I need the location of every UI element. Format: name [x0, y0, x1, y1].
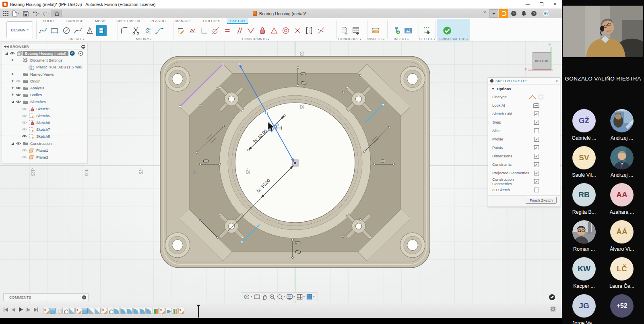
browser-item-label[interactable]: Plane2 [35, 155, 50, 159]
browser-item-label[interactable]: Sketch5 [35, 114, 52, 118]
participant-tile[interactable]: LČLaura Če... [603, 257, 640, 289]
help-icon[interactable]: ? [530, 10, 538, 17]
new-tab-button[interactable]: + [489, 9, 498, 18]
configure-group-label[interactable]: CONFIGURE ▾ [339, 37, 361, 41]
browser-item-label[interactable]: Sketch1 [35, 107, 52, 111]
browser-item-label[interactable]: Plane1 [35, 148, 50, 153]
timeline-thread-feature-icon[interactable] [153, 308, 159, 314]
snap-checkbox[interactable]: ✓ [534, 120, 539, 125]
timeline-chamfer-feature-icon[interactable] [69, 308, 75, 314]
browser-row-plastic-rule-abs-1-5-mm[interactable]: Plastic Rule: ABS (1,5 mm) [2, 64, 87, 70]
viewcube[interactable]: BOTTOM [533, 52, 551, 70]
ribbon-tab-plastic[interactable]: PLASTIC [148, 18, 168, 24]
palette-expand-icon[interactable]: » [556, 79, 558, 83]
skip-start-icon[interactable] [3, 307, 8, 312]
perp-tool-icon[interactable] [246, 25, 256, 36]
browser-row-document-settings[interactable]: Document Settings [2, 57, 87, 64]
expander-open-icon[interactable] [4, 51, 9, 56]
activate-component-icon[interactable] [78, 51, 83, 56]
presenter-webcam[interactable] [563, 6, 643, 57]
timeline-sketch-feature-icon[interactable] [159, 308, 165, 314]
browser-row-sketch8[interactable]: Sketch8 [2, 133, 87, 140]
visibility-eye-icon[interactable] [21, 155, 28, 160]
browser-item-label[interactable]: Origin [29, 79, 42, 83]
ground-badge-icon[interactable]: G [70, 51, 75, 56]
browser-row-sketch6[interactable]: Sketch6 [2, 119, 87, 126]
visibility-eye-icon[interactable] [9, 51, 16, 56]
sync-status-icon[interactable] [549, 294, 555, 300]
expander-closed-icon[interactable] [10, 93, 15, 97]
file-menu-icon[interactable]: ▾ [11, 10, 20, 17]
restore-button[interactable] [535, 0, 548, 9]
finish-tool-icon[interactable] [442, 25, 452, 36]
browser-row-analysis[interactable]: Analysis [2, 85, 87, 91]
equal-tool-icon[interactable] [222, 25, 233, 36]
visibility-eye-icon[interactable] [21, 106, 28, 111]
browser-item-label[interactable]: Sketch8 [35, 134, 52, 138]
profile-checkbox[interactable]: ✓ [534, 137, 539, 142]
select-group-label[interactable]: SELECT ▾ [419, 37, 435, 41]
tri-tool-icon[interactable] [269, 25, 279, 36]
offset-tool-icon[interactable] [142, 25, 153, 36]
curve-tool-icon[interactable] [154, 25, 165, 36]
pan-icon[interactable] [261, 293, 268, 300]
measure-tool-icon[interactable] [370, 25, 381, 36]
look-at-icon[interactable] [254, 293, 260, 300]
scissors-tool-icon[interactable] [131, 25, 141, 36]
circle-tool-icon[interactable] [61, 25, 72, 36]
design-workspace-selector[interactable]: DESIGN▾ [6, 21, 33, 38]
browser-item-label[interactable]: Construction [29, 141, 53, 146]
participant-tile[interactable]: Roman ... [566, 220, 603, 252]
finish-sketch-group-label[interactable]: FINISH SKETCH ▾ [440, 37, 468, 41]
display-settings-icon[interactable]: ▾ [286, 293, 295, 300]
timeline-sketch-feature-icon[interactable] [43, 308, 49, 314]
notifications-bell-icon[interactable] [520, 10, 528, 17]
job-status-icon[interactable] [499, 9, 508, 18]
browser-row-origin[interactable]: Origin [2, 78, 87, 85]
minimize-button[interactable]: — [521, 0, 535, 9]
participant-tile[interactable]: KWKacper ... [566, 257, 603, 289]
browser-item-label[interactable]: Sketch6 [35, 120, 52, 125]
participant-tile[interactable]: SVSaulė Vil... [566, 146, 603, 178]
lock-tool-icon[interactable] [257, 25, 268, 36]
timeline-extrude-feature-icon[interactable] [50, 308, 56, 314]
dim-tool-icon[interactable] [175, 25, 186, 36]
browser-row-sketch1[interactable]: Sketch1 [2, 105, 87, 112]
browser-item-label[interactable]: Analysis [29, 86, 46, 90]
ribbon-tab-sheet-metal[interactable]: SHEET METAL [114, 18, 144, 24]
visibility-eye-icon[interactable] [21, 148, 28, 153]
modify-group-label[interactable]: MODIFY ▾ [136, 37, 152, 41]
ribbon-tab-mesh[interactable]: MESH [92, 18, 109, 24]
projected-geometries-checkbox[interactable]: ✓ [534, 171, 539, 175]
timeline-sketch-feature-icon[interactable] [75, 308, 81, 314]
spline-tool-icon[interactable] [73, 25, 83, 36]
browser-row-sketch5[interactable]: Sketch5 [2, 112, 87, 119]
browser-row-bodies[interactable]: Bodies [2, 91, 87, 98]
timeline-chamfer-feature-icon[interactable] [95, 308, 101, 314]
config-table-tool-icon[interactable] [351, 25, 361, 36]
finish-sketch-button[interactable]: Finish Sketch [526, 197, 557, 204]
timeline-disabled-feature-icon[interactable] [56, 308, 62, 314]
timeline-slot-feature-icon[interactable] [165, 308, 171, 314]
fit-icon[interactable]: ▾ [277, 293, 286, 300]
ribbon-tab-manage[interactable]: MANAGE [172, 18, 194, 24]
document-tab[interactable]: Bearing Housing (metal)* [253, 9, 306, 18]
timeline-sketch-feature-icon[interactable] [178, 308, 184, 314]
timeline-fillet-feature-icon[interactable] [120, 308, 126, 314]
3d-sketch-checkbox[interactable] [534, 188, 539, 192]
participant-tile[interactable]: Andrzej ... [603, 146, 640, 178]
browser-item-label[interactable]: Sketch7 [35, 127, 52, 132]
browser-item-label[interactable]: Named Views [29, 72, 55, 76]
timeline-hole-feature-icon[interactable] [107, 308, 114, 314]
browser-row-sketch7[interactable]: Sketch7 [2, 126, 87, 133]
participant-tile[interactable]: AAAzahara ... [603, 183, 640, 215]
participant-tile[interactable]: RBRegita B... [566, 183, 603, 215]
image-tool-icon[interactable] [403, 25, 413, 36]
browser-options-icon[interactable] [81, 45, 85, 49]
play-icon[interactable] [19, 307, 23, 312]
step-forward-icon[interactable] [26, 307, 31, 312]
browser-item-label[interactable]: Bodies [29, 93, 43, 97]
browser-row-named-views[interactable]: Named Views [2, 71, 87, 78]
app-grid-icon[interactable] [1, 10, 10, 17]
browser-row-plane2[interactable]: Plane2 [2, 154, 87, 161]
